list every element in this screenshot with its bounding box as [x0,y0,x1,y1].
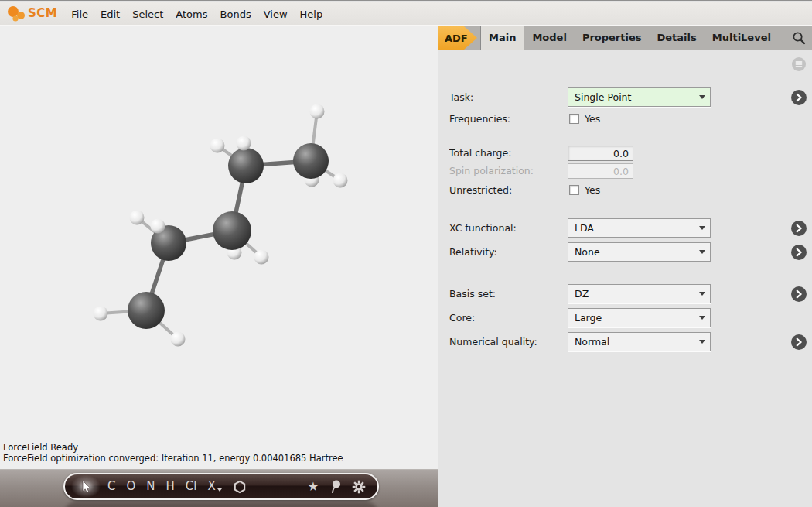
numerical-quality-label: Numerical quality: [449,332,537,351]
panel-content: Task:Single PointFrequencies:YesTotal ch… [438,50,812,507]
atom-h[interactable] [130,211,145,225]
xc-functional-dropdown[interactable]: LDA [568,218,711,238]
menu-help[interactable]: Help [300,9,323,20]
menu-file[interactable]: File [71,9,88,20]
core-dropdown[interactable]: Large [568,308,711,327]
core-label: Core: [449,308,475,327]
row-task: Task:Single Point [438,87,812,107]
task-detail-button[interactable] [791,90,807,105]
tab-properties[interactable]: Properties [575,26,650,50]
tool-chlorine[interactable]: Cl [186,481,197,492]
menu-view[interactable]: View [264,9,288,20]
tab-details[interactable]: Details [650,26,705,50]
numerical-quality-detail-button[interactable] [791,334,807,350]
spin-polarization-field: 0.0 [568,163,633,179]
numerical-quality-value: Normal [575,336,609,348]
relativity-dropdown[interactable]: None [568,242,711,262]
relativity-label: Relativity: [449,242,497,262]
tabs: MainModelPropertiesDetailsMultiLevel [480,26,779,50]
row-xc-functional: XC functional:LDA [438,218,812,238]
status-line-2: ForceField optimization converged: Itera… [3,454,343,464]
total-charge-field[interactable]: 0.0 [568,146,633,161]
input-panel: ADF MainModelPropertiesDetailsMultiLevel… [438,26,812,507]
atom-h[interactable] [151,219,165,234]
atom-h[interactable] [210,139,225,153]
task-dropdown[interactable]: Single Point [568,87,711,107]
star-icon[interactable]: ★ [308,481,319,493]
menubar: SCM FileEditSelectAtomsBondsViewHelp [0,2,812,26]
basis-set-label: Basis set: [449,284,496,303]
row-spin-polarization: Spin polarization:0.0 [438,163,812,179]
menu-edit[interactable]: Edit [101,9,120,20]
gear-icon[interactable] [352,480,366,494]
atom-h[interactable] [333,173,348,188]
numerical-quality-dropdown-button[interactable] [694,333,710,351]
chevron-down-icon [699,292,705,296]
basis-set-value: DZ [575,288,589,300]
molecule-canvas[interactable] [0,26,438,471]
xc-functional-dropdown-button[interactable] [694,219,710,237]
unrestricted-checkbox-label: Yes [585,184,600,196]
row-unrestricted: Unrestricted:Yes [438,184,812,196]
xc-functional-label: XC functional: [449,218,517,238]
relativity-dropdown-button[interactable] [694,243,710,261]
core-dropdown-button[interactable] [694,309,710,327]
task-value: Single Point [575,91,631,103]
molecule-viewer[interactable]: ForceField Ready ForceField optimization… [0,26,438,507]
tool-carbon[interactable]: C [107,481,115,492]
chevron-down-icon [699,226,705,230]
toolbar-reflection [63,502,379,507]
breadcrumb-adf[interactable]: ADF [438,26,477,50]
chevron-down-icon [699,316,705,320]
toolbar-band: CONHClX★ [0,469,438,507]
atom-c[interactable] [228,148,264,183]
tool-element-picker[interactable]: X [207,481,221,492]
balloon-icon[interactable] [329,480,341,494]
atom-h[interactable] [94,307,108,321]
row-relativity: Relativity:None [438,242,812,262]
ring-icon[interactable] [233,480,247,494]
panel-menu-icon[interactable] [792,57,806,71]
tab-main[interactable]: Main [480,26,524,50]
tab-multilevel[interactable]: MultiLevel [705,26,779,50]
basis-set-detail-button[interactable] [791,286,807,302]
xc-functional-detail-button[interactable] [791,221,807,236]
chevron-down-icon [217,488,222,492]
chevron-down-icon [699,95,705,99]
scm-logo-icon [6,2,26,24]
atom-c[interactable] [213,211,251,250]
menu-select[interactable]: Select [132,9,163,20]
chevron-down-icon [699,340,705,344]
task-dropdown-button[interactable] [694,88,710,106]
frequencies-checkbox[interactable] [569,114,579,124]
tool-hydrogen[interactable]: H [166,481,175,492]
chevron-down-icon [699,250,705,254]
atom-h[interactable] [310,104,325,119]
tab-model[interactable]: Model [524,26,574,50]
pointer-icon[interactable] [71,475,101,498]
atom-c[interactable] [293,143,329,179]
core-value: Large [575,312,602,324]
scm-logo-text: SCM [28,6,57,20]
basis-set-dropdown[interactable]: DZ [568,284,711,303]
unrestricted-checkbox[interactable] [569,185,579,195]
numerical-quality-dropdown[interactable]: Normal [568,332,711,351]
tabbar: ADF MainModelPropertiesDetailsMultiLevel [438,26,812,50]
tool-oxygen[interactable]: O [126,481,135,492]
relativity-value: None [575,246,600,258]
atom-h[interactable] [237,136,251,151]
relativity-detail-button[interactable] [791,245,807,260]
atom-c[interactable] [128,292,165,329]
menu-bonds[interactable]: Bonds [220,9,251,20]
search-icon[interactable] [792,31,806,45]
row-frequencies: Frequencies:Yes [438,113,812,125]
basis-set-dropdown-button[interactable] [694,285,710,303]
menu-atoms[interactable]: Atoms [176,9,207,20]
tool-nitrogen[interactable]: N [146,481,155,492]
row-basis-set: Basis set:DZ [438,284,812,303]
row-numerical-quality: Numerical quality:Normal [438,332,812,351]
spin-polarization-label: Spin polarization: [449,163,534,179]
atom-h[interactable] [254,250,269,265]
atom-h[interactable] [171,332,186,347]
frequencies-checkbox-label: Yes [585,113,600,125]
